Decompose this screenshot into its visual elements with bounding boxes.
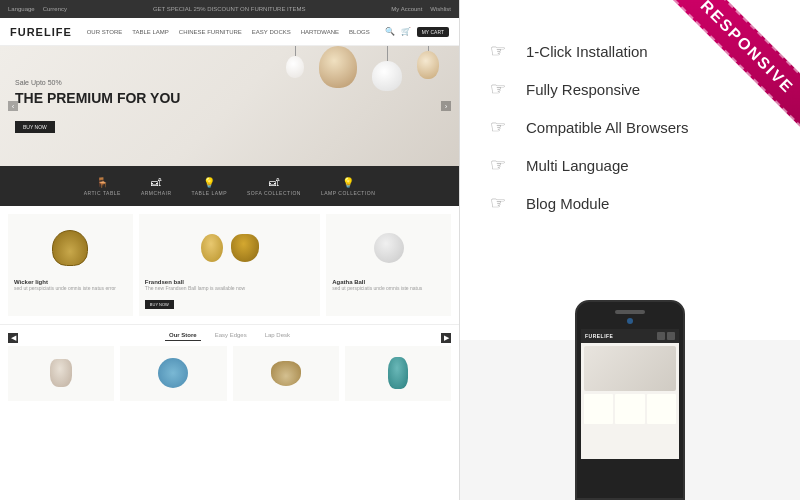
- clock-shape: [158, 358, 188, 388]
- product-frandsen-desc: The new Frandsen Ball lamp is available …: [145, 285, 314, 292]
- topbar-promo: GET SPECIAL 25% DISCOUNT ON FURNITURE IT…: [67, 6, 391, 12]
- responsive-ribbon: RESPONSIVE: [666, 0, 800, 128]
- sofa-icon: 🛋: [269, 177, 279, 188]
- lamp-1: [286, 46, 304, 91]
- phone-product-3: [647, 394, 676, 424]
- site-navigation: FURELIFE OUR STORE TABLE LAMP CHINESE FU…: [0, 18, 459, 46]
- phone-products: [584, 394, 676, 424]
- armchair-label: ARMCHAIR: [141, 190, 172, 196]
- lamp-4: [417, 46, 439, 91]
- lamp-3: [372, 46, 402, 91]
- nav-blogs[interactable]: BLOGS: [349, 29, 370, 35]
- phone-product-2: [615, 394, 644, 424]
- product-section: Wicker light sed ut perspiciatis unde om…: [0, 206, 459, 324]
- store-prev-arrow[interactable]: ◀: [8, 333, 18, 343]
- sofa-label: SOFA COLLECTION: [247, 190, 301, 196]
- feature-blog: ☞ Blog Module: [490, 192, 770, 214]
- category-table-lamp[interactable]: 💡 TABLE LAMP: [192, 177, 227, 196]
- phone-screen-topbar: FURELIFE: [581, 329, 679, 343]
- feature-1-click-text: 1-Click Installation: [526, 43, 648, 60]
- table-lamp-icon: 💡: [203, 177, 215, 188]
- nav-easy-docks[interactable]: EASY DOCKS: [252, 29, 291, 35]
- topbar-right: My Account Wishlist: [391, 6, 451, 12]
- nav-hartdwane[interactable]: HARTDWANE: [301, 29, 339, 35]
- phone-icon-2: [667, 332, 675, 340]
- armchair-icon: 🛋: [151, 177, 161, 188]
- artic-table-label: ARTIC TABLE: [84, 190, 121, 196]
- phone-hero-banner: [584, 346, 676, 391]
- hero-prev-arrow[interactable]: ‹: [8, 101, 18, 111]
- feature-multilang-text: Multi Language: [526, 157, 629, 174]
- phone-speaker: [615, 310, 645, 314]
- site-logo: FURELIFE: [10, 26, 72, 38]
- category-bar: 🪑 ARTIC TABLE 🛋 ARMCHAIR 💡 TABLE LAMP 🛋 …: [0, 166, 459, 206]
- phone-content: [581, 343, 679, 459]
- currency-link[interactable]: Currency: [43, 6, 67, 12]
- store-product-candle: [8, 346, 114, 401]
- phone-screen-icons: [657, 332, 675, 340]
- website-preview: Language Currency GET SPECIAL 25% DISCOU…: [0, 0, 460, 500]
- hero-sale-text: Sale Upto 50%: [15, 79, 180, 86]
- tab-lap-desk[interactable]: Lap Desk: [261, 330, 294, 340]
- lamp-label: LAMP COLLECTION: [321, 190, 375, 196]
- category-artic-table[interactable]: 🪑 ARTIC TABLE: [84, 177, 121, 196]
- hero-decoration: [286, 46, 439, 91]
- tab-easy-edges[interactable]: Easy Edges: [211, 330, 251, 340]
- product-wicker-img: [14, 220, 127, 275]
- store-product-basket: [233, 346, 339, 401]
- phone-icon-1: [657, 332, 665, 340]
- product-row-1: Wicker light sed ut perspiciatis unde om…: [8, 214, 451, 316]
- phone-logo: FURELIFE: [585, 333, 613, 339]
- store-navigation: ◀ Our Store Easy Edges Lap Desk ▶: [8, 330, 451, 346]
- lamp-icon: 💡: [342, 177, 354, 188]
- table-lamp-label: TABLE LAMP: [192, 190, 227, 196]
- phone-screen: FURELIFE: [581, 329, 679, 459]
- language-link[interactable]: Language: [8, 6, 35, 12]
- product-frandsen: Frandsen ball The new Frandsen Ball lamp…: [139, 214, 320, 316]
- nav-actions: 🔍 🛒 MY CART: [385, 27, 449, 37]
- site-topbar: Language Currency GET SPECIAL 25% DISCOU…: [0, 0, 459, 18]
- hero-content: Sale Upto 50% THE PREMIUM FOR YOU BUY NO…: [0, 64, 195, 148]
- vase-shape: [388, 357, 408, 389]
- lamp-2: [319, 46, 357, 91]
- product-frandsen-img: [145, 220, 314, 275]
- category-sofa[interactable]: 🛋 SOFA COLLECTION: [247, 177, 301, 196]
- store-tabs: Our Store Easy Edges Lap Desk: [165, 330, 294, 341]
- category-lamp[interactable]: 💡 LAMP COLLECTION: [321, 177, 375, 196]
- wishlist-link[interactable]: Wishlist: [430, 6, 451, 12]
- nav-links: OUR STORE TABLE LAMP CHINESE FURNITURE E…: [87, 29, 370, 35]
- topbar-left: Language Currency: [8, 6, 67, 12]
- artic-table-icon: 🪑: [96, 177, 108, 188]
- feature-browsers-icon: ☞: [490, 116, 512, 138]
- store-product-clock: [120, 346, 226, 401]
- basket-shape: [271, 361, 301, 386]
- product-agatha: Agatha Ball sed ut perspiciatis unde omn…: [326, 214, 451, 316]
- cart-icon[interactable]: 🛒: [401, 27, 411, 36]
- feature-multilang-icon: ☞: [490, 154, 512, 176]
- my-account-link[interactable]: My Account: [391, 6, 422, 12]
- search-icon[interactable]: 🔍: [385, 27, 395, 36]
- pendant-gold-shape: [201, 234, 223, 262]
- product-agatha-img: [332, 220, 445, 275]
- nav-chinese-furniture[interactable]: CHINESE FURNITURE: [179, 29, 242, 35]
- product-wicker-desc: sed ut perspiciatis unde omnis iste natu…: [14, 285, 127, 292]
- product-agatha-desc: sed ut perspiciatis unde omnis iste natu…: [332, 285, 445, 292]
- hero-banner: ‹ Sale Upto 50% THE PREMIUM FOR YOU BUY …: [0, 46, 459, 166]
- category-armchair[interactable]: 🛋 ARMCHAIR: [141, 177, 172, 196]
- product-frandsen-btn[interactable]: BUY NOW: [145, 300, 174, 309]
- phone-section: FURELIFE: [460, 340, 800, 500]
- feature-1-click-icon: ☞: [490, 40, 512, 62]
- feature-responsive-icon: ☞: [490, 78, 512, 100]
- hero-next-arrow[interactable]: ›: [441, 101, 451, 111]
- tab-our-store[interactable]: Our Store: [165, 330, 201, 341]
- ribbon-container: RESPONSIVE: [640, 0, 800, 160]
- product-wicker: Wicker light sed ut perspiciatis unde om…: [8, 214, 133, 316]
- nav-table-lamp[interactable]: TABLE LAMP: [132, 29, 169, 35]
- feature-blog-icon: ☞: [490, 192, 512, 214]
- store-next-arrow[interactable]: ▶: [441, 333, 451, 343]
- cart-button[interactable]: MY CART: [417, 27, 449, 37]
- nav-our-store[interactable]: OUR STORE: [87, 29, 123, 35]
- hero-buy-btn[interactable]: BUY NOW: [15, 121, 55, 133]
- store-section: ◀ Our Store Easy Edges Lap Desk ▶: [0, 324, 459, 406]
- store-product-vase: [345, 346, 451, 401]
